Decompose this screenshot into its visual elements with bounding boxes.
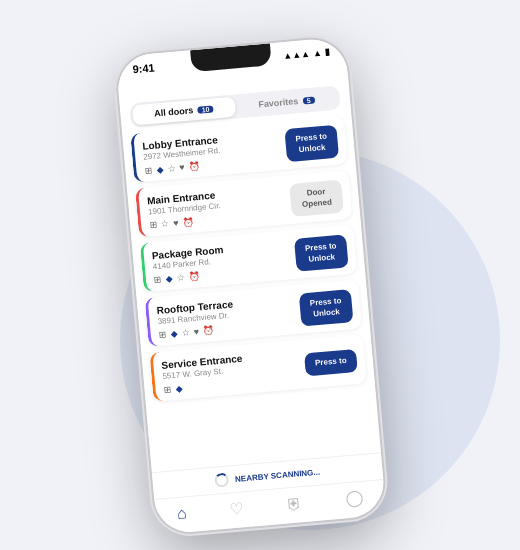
battery-icon: ▮	[324, 47, 330, 57]
wifi-icon: ☆	[161, 219, 170, 230]
qr-icon: ⊞	[154, 275, 163, 286]
qr-icon: ⊞	[163, 384, 172, 395]
door-info-package: Package Room 4140 Parker Rd. ⊞ ◆ ☆ ⏰	[151, 238, 297, 285]
nav-shield-icon[interactable]: ⛨	[286, 494, 304, 513]
scanning-label: NEARBY SCANNING...	[235, 467, 321, 483]
unlock-button-package[interactable]: Press toUnlock	[294, 234, 349, 271]
qr-icon: ⊞	[144, 165, 153, 176]
door-info-main: Main Entrance 1901 Thornridge Cir. ⊞ ☆ ♥…	[147, 183, 293, 230]
phone-shell: 9:41 ▲▲▲ ▲ ▮ All doors 10 Favorites 5	[115, 37, 386, 535]
nav-home-icon[interactable]: ⌂	[176, 504, 187, 523]
bluetooth-icon: ◆	[166, 274, 174, 285]
tab-favorites[interactable]: Favorites 5	[234, 88, 338, 117]
unlock-button-rooftop[interactable]: Press toUnlock	[299, 289, 354, 326]
tab-favorites-badge: 5	[303, 97, 315, 105]
unlock-button-lobby[interactable]: Press toUnlock	[284, 125, 339, 162]
bluetooth-icon: ◆	[175, 383, 183, 394]
door-info-service: Service Entrance 5517 W. Gray St. ⊞ ◆	[161, 347, 307, 394]
bluetooth-icon: ◆	[156, 164, 164, 175]
time-icon: ⏰	[188, 271, 200, 282]
tab-all-doors[interactable]: All doors 10	[132, 97, 236, 126]
unlock-button-service[interactable]: Press to	[304, 349, 358, 376]
wifi-icon: ☆	[181, 327, 190, 338]
tab-all-doors-label: All doors	[154, 105, 194, 118]
door-list: Lobby Entrance 2972 Westheimer Rd. ⊞ ◆ ☆…	[122, 114, 381, 472]
tab-favorites-label: Favorites	[258, 96, 299, 109]
nav-person-icon[interactable]: ◯	[344, 488, 364, 508]
time-icon: ⏰	[182, 217, 194, 228]
scan-spinner	[215, 472, 230, 487]
status-time: 9:41	[132, 61, 155, 75]
qr-icon: ⊞	[149, 220, 158, 231]
key-icon: ♥	[179, 162, 185, 172]
door-info-lobby: Lobby Entrance 2972 Westheimer Rd. ⊞ ◆ ☆…	[142, 128, 288, 175]
time-icon: ⏰	[188, 161, 200, 172]
door-info-rooftop: Rooftop Terrace 3891 Ranchview Dr. ⊞ ◆ ☆…	[156, 293, 302, 340]
key-icon: ♥	[173, 218, 179, 228]
door-card-service[interactable]: Service Entrance 5517 W. Gray St. ⊞ ◆ Pr…	[149, 334, 366, 401]
nav-heart-icon[interactable]: ♡	[229, 498, 245, 518]
key-icon: ♥	[193, 327, 199, 337]
qr-icon: ⊞	[158, 329, 167, 340]
tab-all-doors-badge: 10	[197, 105, 213, 113]
wifi-icon: ▲	[313, 48, 323, 59]
signal-icon: ▲▲▲	[283, 49, 311, 61]
door-opened-button-main[interactable]: DoorOpened	[289, 180, 344, 217]
time-icon: ⏰	[203, 325, 215, 336]
status-icons: ▲▲▲ ▲ ▮	[283, 47, 330, 61]
wifi-icon: ☆	[177, 273, 186, 284]
screen: 9:41 ▲▲▲ ▲ ▮ All doors 10 Favorites 5	[115, 37, 386, 535]
wifi-icon: ☆	[167, 163, 176, 174]
bluetooth-icon: ◆	[170, 328, 178, 339]
